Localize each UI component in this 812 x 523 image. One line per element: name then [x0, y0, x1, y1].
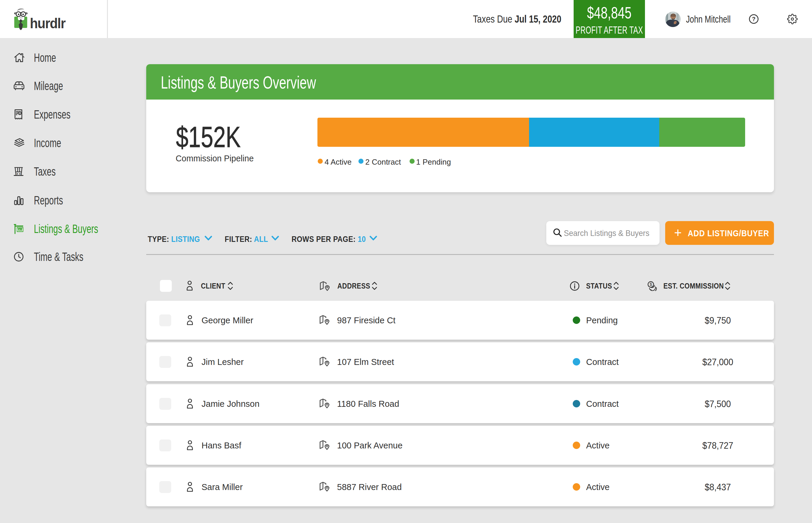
- svg-text:hurdlr: hurdlr: [30, 15, 66, 31]
- svg-text:$: $: [650, 282, 652, 287]
- svg-text:?: ?: [752, 16, 756, 22]
- svg-text:SALE: SALE: [17, 229, 23, 231]
- svg-text:★: ★: [16, 173, 18, 175]
- svg-text:★: ★: [19, 173, 21, 175]
